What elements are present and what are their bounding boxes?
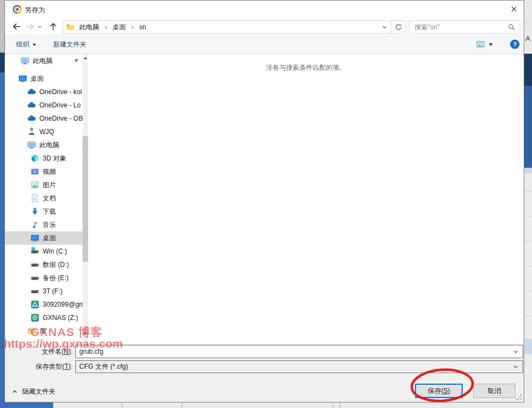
background-right-panel (524, 168, 532, 408)
address-bar[interactable]: 此电脑 › 桌面 › sn (63, 20, 391, 34)
breadcrumb-separator: › (100, 23, 111, 31)
tree-item-documents[interactable]: 文档 (5, 192, 83, 205)
refresh-button[interactable] (391, 20, 406, 34)
tree-item-this-pc-pinned[interactable]: 此电脑 (5, 54, 83, 68)
this-pc-icon (21, 56, 29, 65)
empty-results-message: 没有与搜索条件匹配的项。 (88, 63, 524, 73)
folder-icon (66, 23, 75, 32)
libraries-icon (27, 327, 36, 335)
search-box[interactable]: 搜索"sn" (409, 20, 520, 34)
save-button[interactable]: 保存(S) (415, 384, 463, 398)
user-icon (27, 127, 36, 136)
tree-item-this-pc[interactable]: 此电脑 (5, 138, 83, 152)
tree-scrollbar[interactable] (83, 54, 88, 344)
tree-item-onedrive-2[interactable]: OneDrive - Lo (5, 99, 83, 112)
scroll-down-icon[interactable] (83, 332, 88, 336)
pictures-icon (30, 180, 39, 189)
breadcrumb-this-pc[interactable]: 此电脑 (78, 23, 100, 32)
resize-grip[interactable] (515, 393, 523, 401)
this-pc-icon (27, 141, 36, 149)
savetype-select[interactable]: CFG 文件 (*.cfg) (75, 360, 523, 373)
tree-item-3d-objects[interactable]: 3D 对象 (5, 152, 83, 165)
close-button[interactable] (504, 1, 524, 17)
scrollbar-thumb[interactable] (83, 136, 88, 262)
tree-item-drive-c[interactable]: Win (C:) (5, 245, 83, 258)
onedrive-icon (27, 114, 36, 123)
music-icon (30, 220, 39, 229)
background-right-navy (524, 54, 532, 86)
tree-item-google-drive[interactable]: 3092099@gm (5, 298, 83, 311)
background-navy-strip (0, 53, 4, 73)
filename-label: 文件名(N): (5, 345, 73, 358)
search-icon (508, 23, 515, 31)
background-right-blue (524, 86, 532, 168)
documents-icon (30, 194, 39, 203)
tree-item-downloads[interactable]: 下载 (5, 205, 83, 218)
filename-input[interactable]: grub.cfg (75, 345, 523, 358)
save-as-dialog: 另存为 此电脑 › 桌面 › sn 搜索"sn" 组织 (4, 0, 524, 402)
drive-icon (30, 273, 39, 282)
tree-item-drive-e[interactable]: 备份 (E:) (5, 271, 83, 285)
tree-item-pictures[interactable]: 图片 (5, 178, 83, 192)
background-window-edge (0, 0, 4, 53)
onedrive-icon (27, 87, 36, 96)
savetype-dropdown-chevron[interactable] (513, 364, 519, 370)
tree-item-drive-z[interactable]: GXNAS (Z:) (5, 311, 83, 324)
background-right-toolbar (524, 0, 532, 54)
drive-icon (30, 287, 39, 296)
help-button[interactable]: ? (510, 39, 520, 49)
back-button[interactable] (12, 22, 22, 32)
tree-item-music[interactable]: 音乐 (5, 218, 83, 231)
downloads-icon (30, 207, 39, 216)
breadcrumb-separator: › (127, 23, 138, 31)
savetype-value: CFG 文件 (*.cfg) (76, 362, 128, 371)
savetype-label: 保存类型(T): (5, 360, 73, 373)
google-drive-icon (30, 300, 39, 309)
organize-button[interactable]: 组织 (16, 35, 37, 54)
screen: A 另存为 此电脑 › 桌面 › sn (0, 0, 532, 408)
network-drive-icon (30, 313, 39, 322)
up-button[interactable] (48, 22, 58, 32)
tree-item-videos[interactable]: 视频 (5, 165, 83, 178)
chrome-icon (13, 5, 22, 14)
dropdown-triangle-icon (32, 43, 37, 47)
filename-dropdown-chevron[interactable] (513, 349, 519, 355)
onedrive-icon (27, 101, 36, 110)
tree-item-drive-f[interactable]: 3T (F:) (5, 285, 83, 298)
tree-item-libraries[interactable]: 库 (5, 324, 83, 338)
cancel-button[interactable]: 取消 (473, 384, 515, 398)
address-dropdown-chevron[interactable] (382, 24, 387, 30)
desktop-icon (30, 234, 39, 242)
breadcrumb-sn[interactable]: sn (138, 23, 147, 31)
search-text: 搜索"sn" (410, 23, 439, 32)
refresh-icon (395, 23, 402, 31)
view-mode-button[interactable] (476, 40, 485, 49)
desktop-icon (18, 74, 27, 83)
titlebar: 另存为 (5, 1, 524, 18)
background-right-band (524, 168, 532, 173)
breadcrumb-desktop[interactable]: 桌面 (111, 23, 127, 32)
filename-value: grub.cfg (76, 348, 103, 355)
background-letter: A (525, 34, 530, 43)
tree-item-onedrive-1[interactable]: OneDrive - kol (5, 85, 83, 99)
chevron-up-icon (12, 389, 18, 395)
tree-item-desktop-root[interactable]: 桌面 (5, 72, 83, 85)
tree-item-user-wjq[interactable]: WJQ (5, 125, 83, 138)
view-mode-dropdown-icon[interactable] (488, 42, 493, 47)
new-folder-button[interactable]: 新建文件夹 (53, 35, 86, 54)
forward-button[interactable] (25, 22, 35, 32)
svg-text:?: ? (513, 41, 517, 48)
tree-item-drive-d[interactable]: 数据 (D:) (5, 258, 83, 271)
scroll-up-icon[interactable] (83, 56, 88, 60)
tree-item-onedrive-3[interactable]: OneDrive - OB. (5, 112, 83, 125)
recent-locations-chevron[interactable] (37, 24, 42, 29)
background-right-band (524, 339, 532, 354)
drive-icon (30, 260, 39, 269)
hide-folders-button[interactable]: 隐藏文件夹 (12, 386, 55, 396)
videos-icon (30, 167, 39, 176)
close-icon (510, 6, 518, 13)
tree-item-desktop-selected[interactable]: 桌面 (5, 231, 83, 245)
windows-drive-icon (30, 247, 39, 256)
background-bottom-window (53, 402, 532, 408)
pin-icon (73, 58, 79, 64)
